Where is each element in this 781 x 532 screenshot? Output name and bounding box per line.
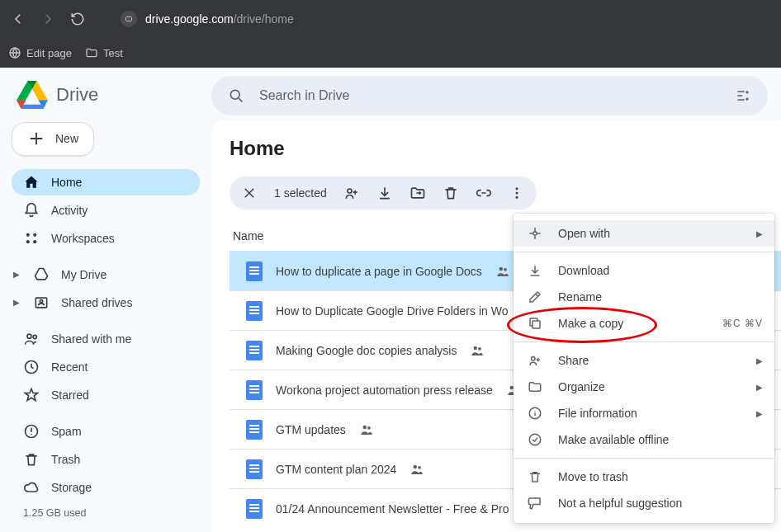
menu-share[interactable]: Share ▶: [514, 347, 774, 374]
sidebar-item-label: Recent: [51, 360, 88, 374]
docs-icon: [246, 459, 263, 479]
svg-point-26: [418, 465, 421, 468]
sidebar-item-label: My Drive: [61, 268, 106, 281]
browser-reload-button[interactable]: [68, 9, 88, 29]
sidebar-item-label: Shared with me: [51, 332, 131, 346]
bookmark-edit-page[interactable]: Edit page: [8, 46, 72, 59]
selection-action-bar: 1 selected: [230, 177, 537, 210]
sidebar-item-label: Spam: [51, 425, 82, 438]
nav-primary: Home Activity Workspaces: [12, 169, 211, 253]
menu-make-copy[interactable]: Make a copy ⌘C ⌘V: [514, 310, 774, 337]
sidebar-item-my-drive[interactable]: ▶ My Drive: [12, 261, 200, 288]
menu-organize[interactable]: Organize ▶: [514, 374, 774, 400]
delete-button[interactable]: [443, 185, 459, 201]
shared-drives-icon: [33, 294, 50, 311]
shared-icon: [409, 462, 424, 477]
copy-icon: [527, 315, 543, 332]
sidebar-item-shared-drives[interactable]: ▶ Shared drives: [12, 290, 200, 316]
brand[interactable]: Drive: [12, 76, 211, 122]
svg-point-25: [414, 464, 418, 468]
browser-back-button[interactable]: [8, 9, 28, 29]
sidebar-item-label: Home: [51, 176, 82, 189]
sidebar: Drive New Home Activity Workspaces ▶: [0, 68, 211, 532]
menu-divider: [514, 341, 774, 342]
sidebar-item-recent[interactable]: Recent: [12, 354, 200, 380]
search-placeholder: Search in Drive: [259, 88, 349, 103]
context-menu: Open with ▶ Download Rename Make a copy …: [514, 214, 774, 523]
offline-icon: [527, 431, 543, 448]
shared-icon: [470, 343, 485, 358]
menu-move-to-trash[interactable]: Move to trash: [514, 464, 774, 490]
spam-icon: [23, 423, 40, 440]
svg-point-24: [367, 426, 371, 429]
workspaces-icon: [23, 230, 40, 247]
file-title: Making Google doc copies analysis: [276, 344, 457, 357]
sidebar-item-label: Activity: [51, 204, 88, 217]
close-selection-button[interactable]: [241, 185, 258, 201]
file-title: 01/24 Announcement Newsletter - Free & P…: [276, 502, 509, 516]
address-bar[interactable]: drive.google.com/drive/home: [121, 11, 294, 27]
sidebar-item-trash[interactable]: Trash: [12, 446, 200, 473]
menu-rename[interactable]: Rename: [514, 284, 774, 310]
svg-point-13: [348, 189, 352, 193]
new-button[interactable]: New: [12, 122, 94, 156]
download-button[interactable]: [376, 185, 393, 201]
sidebar-item-home[interactable]: Home: [12, 169, 200, 195]
sidebar-item-activity[interactable]: Activity: [12, 197, 200, 224]
nav-drives: ▶ My Drive ▶ Shared drives: [12, 261, 211, 318]
docs-icon: [246, 420, 263, 440]
thumbs-down-icon: [527, 495, 543, 511]
share-icon: [527, 352, 543, 369]
move-button[interactable]: [409, 185, 426, 201]
url-text: drive.google.com/drive/home: [145, 12, 294, 26]
site-info-icon[interactable]: [121, 11, 137, 27]
menu-open-with[interactable]: Open with ▶: [514, 220, 774, 247]
menu-file-info[interactable]: File information ▶: [514, 400, 774, 426]
rename-icon: [527, 289, 543, 305]
people-icon: [23, 331, 40, 347]
svg-point-17: [499, 266, 503, 271]
browser-forward-button[interactable]: [38, 9, 58, 29]
menu-label: Share: [558, 354, 589, 367]
star-icon: [23, 387, 40, 403]
link-button[interactable]: [476, 185, 492, 201]
menu-label: Move to trash: [558, 470, 628, 483]
sidebar-item-storage[interactable]: Storage: [12, 474, 200, 501]
svg-point-19: [474, 346, 478, 350]
chevron-right-icon: ▶: [756, 356, 763, 365]
sidebar-item-shared-with-me[interactable]: Shared with me: [12, 326, 200, 352]
menu-download[interactable]: Download: [514, 257, 774, 284]
filter-icon[interactable]: [735, 87, 751, 104]
download-icon: [527, 262, 543, 279]
chevron-right-icon: ▶: [756, 383, 763, 392]
menu-not-helpful[interactable]: Not a helpful suggestion: [514, 490, 774, 516]
menu-label: Open with: [558, 227, 610, 240]
browser-chrome: drive.google.com/drive/home Edit page Te…: [0, 0, 781, 68]
chevron-right-icon: ▶: [756, 409, 763, 418]
sidebar-item-label: Workspaces: [51, 232, 115, 245]
bookmark-test[interactable]: Test: [85, 46, 123, 59]
menu-label: Rename: [558, 290, 602, 304]
docs-icon: [246, 499, 263, 519]
chevron-right-icon: ▶: [13, 270, 21, 279]
docs-icon: [246, 341, 263, 360]
drive-logo-icon: [17, 81, 48, 109]
more-button[interactable]: [509, 185, 525, 201]
trash-icon: [527, 468, 543, 485]
svg-point-14: [515, 187, 518, 190]
menu-label: Make a copy: [558, 317, 623, 330]
sidebar-item-starred[interactable]: Starred: [12, 382, 200, 408]
file-title: How to duplicate a page in Google Docs: [276, 265, 482, 278]
new-button-label: New: [55, 132, 78, 145]
docs-icon: [246, 261, 263, 281]
chevron-right-icon: ▶: [756, 229, 763, 238]
menu-divider: [514, 252, 774, 252]
share-button[interactable]: [343, 185, 360, 201]
sidebar-item-workspaces[interactable]: Workspaces: [12, 225, 200, 252]
menu-offline[interactable]: Make available offline: [514, 426, 774, 453]
search-input[interactable]: Search in Drive: [211, 76, 768, 115]
sidebar-item-spam[interactable]: Spam: [12, 418, 200, 445]
svg-point-3: [33, 233, 36, 237]
clock-icon: [23, 359, 40, 375]
svg-rect-27: [532, 321, 540, 328]
